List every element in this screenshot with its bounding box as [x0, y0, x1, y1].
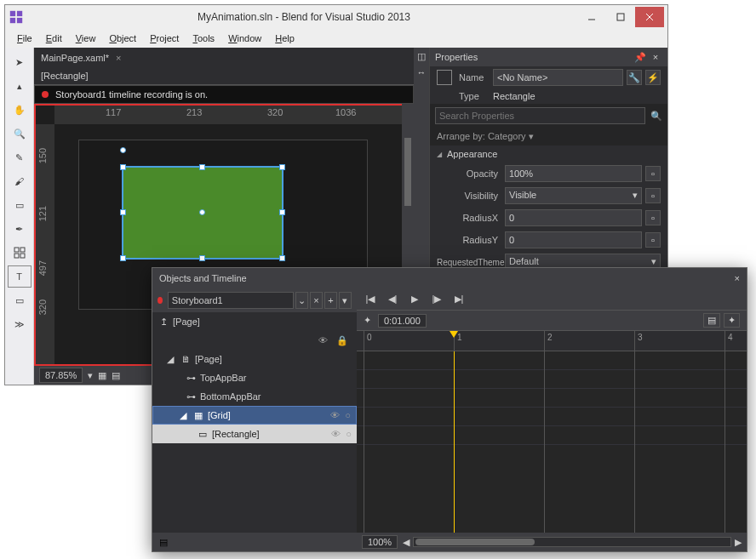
- resize-handle[interactable]: [199, 255, 205, 261]
- advanced-options-icon[interactable]: 🔧: [627, 70, 642, 85]
- rotation-handle[interactable]: [120, 147, 126, 153]
- keyframe-marker-icon[interactable]: ✦: [364, 315, 371, 326]
- scroll-right-icon[interactable]: ▶: [735, 537, 742, 548]
- visibility-select[interactable]: Visible▾: [505, 187, 642, 204]
- expand-icon[interactable]: ◢: [177, 410, 189, 421]
- options-icon[interactable]: ✦: [724, 313, 740, 328]
- eye-column-icon[interactable]: 👁: [318, 335, 328, 345]
- more-tools-icon[interactable]: ≫: [8, 313, 32, 335]
- menu-help[interactable]: Help: [268, 33, 301, 43]
- opacity-input[interactable]: [505, 165, 642, 182]
- new-storyboard-icon[interactable]: +: [324, 292, 337, 309]
- events-icon[interactable]: ⚡: [645, 70, 661, 85]
- name-field[interactable]: [493, 69, 623, 86]
- timeline-zoom[interactable]: 100%: [362, 535, 398, 549]
- property-marker-icon[interactable]: ▫: [645, 166, 661, 181]
- tree-row-page[interactable]: ◢🗎[Page]: [152, 350, 357, 368]
- selected-rectangle[interactable]: [122, 166, 284, 260]
- storyboard-dropdown-icon[interactable]: ⌄: [295, 292, 308, 309]
- direct-select-tool-icon[interactable]: ▴: [8, 75, 32, 97]
- resize-handle[interactable]: [199, 164, 205, 170]
- resize-handle[interactable]: [120, 209, 126, 215]
- split-horizontal-icon[interactable]: ◫: [417, 51, 426, 62]
- snap-toggle-icon[interactable]: ▤: [112, 370, 120, 381]
- zoom-level[interactable]: 87.85%: [39, 368, 83, 383]
- visibility-toggle-icon[interactable]: 👁: [331, 429, 341, 439]
- pin-icon[interactable]: 📌: [633, 50, 647, 64]
- selection-tool-icon[interactable]: ➤: [8, 51, 32, 73]
- timeline-scrollbar[interactable]: [413, 537, 731, 547]
- menu-object[interactable]: Object: [102, 33, 143, 43]
- track-row[interactable]: [357, 389, 747, 408]
- last-frame-icon[interactable]: ▶|: [452, 293, 466, 306]
- resize-handle[interactable]: [279, 255, 285, 261]
- close-panel-icon[interactable]: ×: [649, 50, 662, 64]
- grid-toggle-icon[interactable]: ▦: [98, 370, 106, 381]
- property-marker-icon[interactable]: ▫: [645, 232, 661, 248]
- storyboard-name-input[interactable]: [168, 292, 294, 309]
- menu-edit[interactable]: Edit: [39, 33, 69, 43]
- scope-row[interactable]: ↥ [Page]: [152, 312, 357, 331]
- swap-panes-icon[interactable]: ↔: [417, 67, 427, 77]
- maximize-button[interactable]: [606, 7, 635, 27]
- property-marker-icon[interactable]: ▫: [645, 188, 661, 203]
- storyboard-options-icon[interactable]: ▾: [339, 292, 352, 309]
- menu-tools[interactable]: Tools: [186, 33, 221, 43]
- current-time[interactable]: 0:01.000: [378, 314, 427, 328]
- timeline-ruler[interactable]: 0 1 2 3 4: [357, 331, 747, 351]
- menu-project[interactable]: Project: [143, 33, 186, 43]
- timeline-close-icon[interactable]: ×: [735, 273, 740, 283]
- search-properties-input[interactable]: [435, 107, 645, 124]
- lock-column-icon[interactable]: 🔒: [336, 335, 348, 346]
- menu-view[interactable]: View: [69, 33, 103, 43]
- elements-view-icon[interactable]: ▤: [159, 537, 168, 548]
- resize-handle[interactable]: [279, 164, 285, 170]
- text-tool-icon[interactable]: T: [8, 265, 32, 288]
- brush-tool-icon[interactable]: 🖌: [8, 170, 32, 192]
- track-row[interactable]: [357, 351, 747, 370]
- tree-row-rectangle[interactable]: ▭[Rectangle]👁○: [152, 425, 357, 443]
- snapping-icon[interactable]: ▤: [703, 313, 720, 328]
- radiusx-input[interactable]: [505, 209, 642, 226]
- play-icon[interactable]: ▶: [408, 293, 421, 306]
- radiusy-input[interactable]: [505, 231, 642, 248]
- tree-row-grid[interactable]: ◢▦[Grid]👁○: [152, 406, 357, 425]
- timeline-titlebar[interactable]: Objects and Timeline ×: [152, 268, 747, 288]
- lock-toggle-icon[interactable]: ○: [345, 410, 351, 420]
- minimize-button[interactable]: [577, 7, 606, 27]
- first-frame-icon[interactable]: |◀: [364, 293, 377, 306]
- timeline-tracks[interactable]: [357, 351, 747, 533]
- track-row[interactable]: [357, 370, 747, 389]
- track-row[interactable]: [357, 426, 747, 445]
- close-storyboard-icon[interactable]: ×: [310, 292, 323, 309]
- visibility-toggle-icon[interactable]: 👁: [330, 410, 340, 420]
- tab-close-icon[interactable]: ×: [116, 53, 121, 63]
- menu-file[interactable]: File: [10, 33, 39, 43]
- resize-handle[interactable]: [120, 164, 126, 170]
- appearance-section-header[interactable]: Appearance: [430, 145, 667, 163]
- breadcrumb[interactable]: [Rectangle]: [34, 66, 414, 85]
- playhead[interactable]: [454, 351, 455, 533]
- next-frame-icon[interactable]: |▶: [430, 293, 444, 306]
- track-row[interactable]: [357, 408, 747, 426]
- close-button[interactable]: [635, 7, 664, 27]
- rectangle-tool-icon[interactable]: ▭: [8, 194, 32, 216]
- zoom-dropdown-icon[interactable]: ▾: [88, 370, 93, 381]
- grid-tool-icon[interactable]: [8, 242, 32, 264]
- scroll-left-icon[interactable]: ◀: [403, 537, 410, 548]
- menu-window[interactable]: Window: [221, 33, 268, 43]
- property-marker-icon[interactable]: ▫: [645, 210, 661, 225]
- button-tool-icon[interactable]: ▭: [8, 289, 32, 311]
- lock-toggle-icon[interactable]: ○: [346, 429, 352, 439]
- zoom-tool-icon[interactable]: 🔍: [8, 123, 32, 145]
- resize-handle[interactable]: [120, 255, 126, 261]
- pen-tool-icon[interactable]: ✒: [8, 218, 32, 240]
- tree-row-topappbar[interactable]: ⊶TopAppBar: [152, 368, 357, 387]
- pan-tool-icon[interactable]: ✋: [8, 99, 32, 121]
- eyedropper-tool-icon[interactable]: ✎: [8, 146, 32, 168]
- tree-row-bottomappbar[interactable]: ⊶BottomAppBar: [152, 387, 357, 406]
- prev-frame-icon[interactable]: ◀|: [386, 293, 399, 306]
- resize-handle[interactable]: [279, 209, 285, 215]
- arrange-by-dropdown[interactable]: Arrange by: Category ▾: [430, 128, 667, 145]
- center-point[interactable]: [199, 209, 205, 215]
